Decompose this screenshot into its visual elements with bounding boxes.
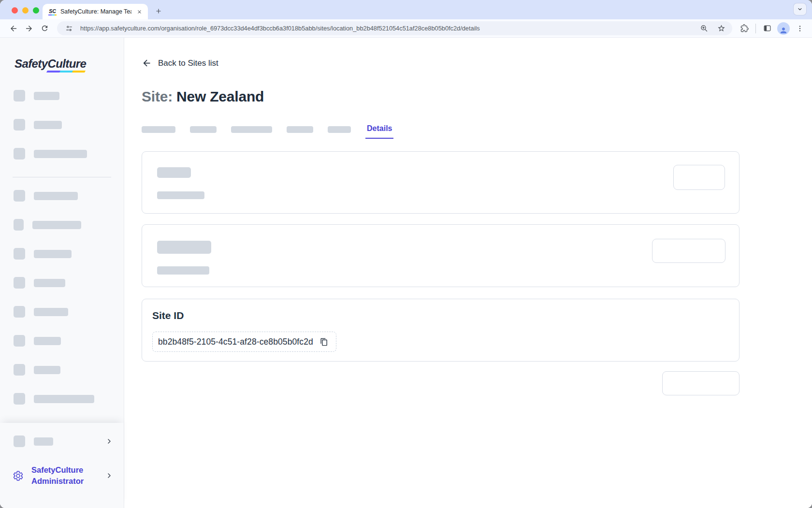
loading-card-2 [142,224,740,287]
safetyculture-favicon-icon: SC [48,8,57,15]
safetyculture-logo: SafetyCulture [14,57,86,71]
sidebar-bottom-loading-item[interactable] [0,435,124,448]
back-to-sites-link[interactable]: Back to Sites list [142,58,218,68]
page-title-value: New Zealand [176,88,264,104]
toolbar-divider [755,24,756,33]
site-settings-icon[interactable] [63,22,75,35]
tab-search-chevron-button[interactable] [794,3,806,15]
back-nav-icon[interactable] [7,22,20,35]
account-name-line2: Administrator [31,477,84,485]
logo-gradient-underline [46,71,86,73]
bookmark-star-icon[interactable] [715,22,727,35]
site-id-card: Site ID bb2b48f5-2105-4c51-af28-ce8b05b0… [142,299,740,362]
chevron-right-icon [105,472,113,479]
arrow-left-icon [142,58,152,68]
gear-icon [13,470,24,481]
site-tabs: Details [142,122,740,139]
back-link-label: Back to Sites list [158,58,218,68]
skeleton-nav-item [0,119,124,131]
tab-title: SafetyCulture: Manage Teams and... [60,8,131,15]
skeleton-nav-item [0,306,124,318]
skeleton-tab [328,126,351,133]
browser-window: SC SafetyCulture: Manage Teams and... [0,0,812,508]
sidebar-divider [13,177,111,177]
skeleton-bar [34,437,53,446]
card-action-button-placeholder[interactable] [673,165,725,190]
skeleton-nav-item [0,393,124,405]
skeleton-tab [287,126,313,133]
chevron-right-icon [105,437,113,445]
sidebar-account-row[interactable]: SafetyCulture Administrator [0,464,124,487]
side-panel-icon[interactable] [760,22,774,35]
sidebar: SafetyCulture [0,38,124,508]
skeleton-tab [142,126,175,133]
browser-tabstrip: SC SafetyCulture: Manage Teams and... [0,0,812,19]
forward-nav-icon[interactable] [22,22,36,35]
skeleton-nav-item [0,335,124,347]
skeleton-card-subtitle [157,191,204,199]
card-action-button-placeholder[interactable] [652,239,725,263]
new-tab-button[interactable] [152,4,165,18]
url-input[interactable]: https://app.safetyculture.com/organisati… [80,25,693,32]
page-action-button-placeholder[interactable] [662,371,740,395]
skeleton-nav-item [0,277,124,289]
main-content: Back to Sites list Site:New Zealand Deta… [124,38,812,508]
skeleton-card-title [157,167,191,178]
sidebar-bottom-section: SafetyCulture Administrator [0,423,124,508]
account-name-line1: SafetyCulture [31,465,83,474]
skeleton-nav-item [0,248,124,260]
app-viewport: SafetyCulture [0,38,812,508]
skeleton-nav-item [0,364,124,376]
macos-zoom-button[interactable] [33,7,39,14]
skeleton-nav-item [0,90,124,102]
tab-details[interactable]: Details [365,124,393,139]
skeleton-tab [231,126,272,133]
loading-card-1 [142,151,740,214]
macos-close-button[interactable] [12,7,18,14]
skeleton-nav-item [0,148,124,160]
site-id-label: Site ID [152,310,184,321]
browser-menu-kebab-icon[interactable] [793,22,807,35]
macos-minimize-button[interactable] [22,7,29,14]
url-bar[interactable]: https://app.safetyculture.com/organisati… [57,21,732,35]
browser-tab-active[interactable]: SC SafetyCulture: Manage Teams and... [43,4,148,19]
page-title: Site:New Zealand [142,88,740,105]
logo-text-culture: Culture [47,57,86,70]
browser-toolbar: https://app.safetyculture.com/organisati… [0,19,812,38]
skeleton-nav-item [0,190,124,202]
extensions-icon[interactable] [737,22,752,35]
zoom-page-icon[interactable] [697,22,710,35]
copy-icon[interactable] [319,337,329,347]
skeleton-tab [190,126,217,133]
account-name: SafetyCulture Administrator [31,464,98,487]
site-id-value-box[interactable]: bb2b48f5-2105-4c51-af28-ce8b05b0fc2d [152,332,336,352]
tab-close-icon[interactable] [135,8,143,15]
macos-traffic-lights [12,7,39,14]
sidebar-nav [0,90,124,405]
reload-icon[interactable] [38,22,51,35]
site-id-value: bb2b48f5-2105-4c51-af28-ce8b05b0fc2d [158,337,313,347]
page-title-prefix: Site: [142,88,173,104]
skeleton-nav-item [0,219,124,231]
logo-text-safety: Safety [14,57,47,70]
skeleton-card-title [157,241,211,254]
skeleton-card-subtitle [157,266,209,275]
profile-avatar[interactable] [776,22,791,35]
skeleton-icon [14,435,25,447]
